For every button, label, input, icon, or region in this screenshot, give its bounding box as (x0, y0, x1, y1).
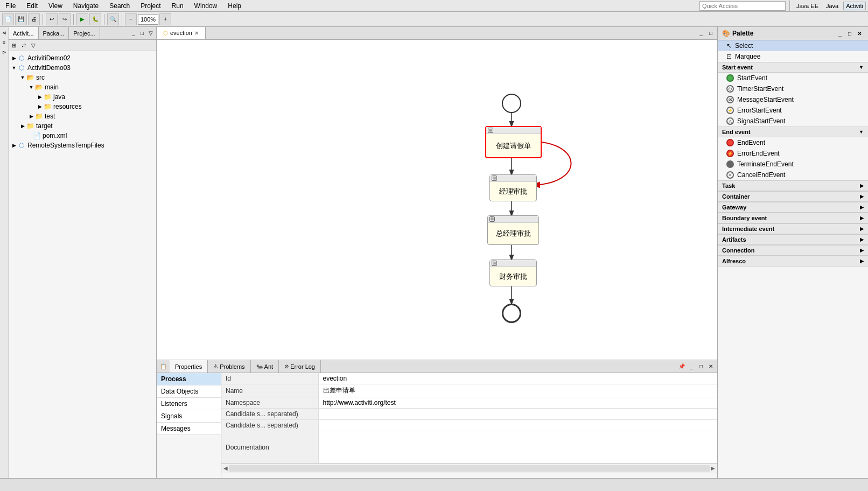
prop-value-id[interactable]: evection (318, 373, 717, 384)
palette-section-task[interactable]: Task ▶ (718, 180, 868, 191)
tree-link-editor[interactable]: ⇌ (19, 41, 28, 50)
editor-tab-evection[interactable]: ⬡ evection ✕ (157, 27, 206, 39)
menu-navigate[interactable]: Navigate (70, 1, 102, 11)
palette-item-end-event[interactable]: EndEvent (718, 137, 868, 148)
tree-item-java[interactable]: ▶ 📁 java (11, 92, 154, 102)
node-create-request[interactable]: ⊞ 创建请假单 (485, 126, 542, 158)
tree-toggle-src[interactable]: ▼ (19, 75, 26, 80)
node-end-event[interactable] (502, 304, 521, 323)
palette-item-terminate-end[interactable]: TerminateEndEvent (718, 159, 868, 170)
tree-item-resources[interactable]: ▶ 📁 resources (11, 102, 154, 111)
zoom-level[interactable]: 100% (138, 14, 158, 25)
palette-section-alfresco[interactable]: Alfresco ▶ (718, 256, 868, 266)
tree-toggle-demo03[interactable]: ▼ (11, 65, 17, 71)
palette-minimize[interactable]: _ (836, 29, 844, 38)
perspective-activiti[interactable]: Activiti (843, 2, 866, 10)
palette-maximize[interactable]: □ (845, 29, 854, 38)
left-panel-menu[interactable]: ▽ (146, 29, 155, 38)
props-scroll-bar[interactable]: ◀ ▶ (221, 464, 717, 473)
props-btn-signals[interactable]: Signals (157, 410, 221, 423)
palette-section-gateway[interactable]: Gateway ▶ (718, 202, 868, 213)
palette-item-error-start[interactable]: ⚡ ErrorStartEvent (718, 105, 868, 116)
toolbar-save[interactable]: 💾 (15, 13, 27, 25)
node-general-approve[interactable]: ⊞ 总经理审批 (487, 215, 539, 245)
node-finance-approve[interactable]: ⊞ 财务审批 (489, 259, 537, 286)
left-panel-maximize[interactable]: □ (138, 29, 146, 38)
palette-section-end-event[interactable]: End event ▼ (718, 127, 868, 137)
palette-close[interactable]: ✕ (855, 29, 864, 38)
bottom-minimize[interactable]: _ (687, 362, 696, 371)
toolbar-zoom-out[interactable]: − (125, 13, 137, 25)
props-scroll-track[interactable] (229, 465, 710, 472)
tree-item-activitidemo02[interactable]: ▶ ⬡ ActivitiDemo02 (11, 53, 154, 63)
toolbar-zoom-in[interactable]: + (159, 13, 171, 25)
palette-item-signal-start[interactable]: △ SignalStartEvent (718, 116, 868, 127)
tree-item-main[interactable]: ▼ 📂 main (11, 82, 154, 92)
palette-section-boundary[interactable]: Boundary event ▶ (718, 213, 868, 223)
bottom-pin[interactable]: 📌 (677, 362, 686, 371)
bottom-maximize[interactable]: □ (697, 362, 705, 371)
tree-toggle-resources[interactable]: ▶ (37, 104, 43, 109)
perspective-java[interactable]: Java (823, 2, 841, 10)
tree-toggle-test[interactable]: ▶ (28, 114, 34, 119)
diagram-canvas[interactable]: ⊞ 创建请假单 ⊞ 经理审批 ⊞ 总经理审批 (157, 40, 717, 360)
palette-item-error-end[interactable]: ⚡ ErrorEndEvent (718, 148, 868, 159)
props-btn-data-objects[interactable]: Data Objects (157, 385, 221, 398)
tree-view-menu[interactable]: ▽ (29, 41, 38, 50)
tree-item-src[interactable]: ▼ 📂 src (11, 73, 154, 82)
tree-toggle-remote[interactable]: ▶ (11, 143, 17, 148)
tree-item-target[interactable]: ▶ 📁 target (11, 121, 154, 131)
tree-toggle-java[interactable]: ▶ (37, 94, 43, 100)
tab-ant[interactable]: 🐜 Ant (251, 360, 279, 373)
node-manager-approve[interactable]: ⊞ 经理审批 (489, 174, 537, 201)
tab-package-explorer[interactable]: Packa... (39, 27, 69, 39)
tab-project-explorer[interactable]: Projec... (69, 27, 100, 39)
toolbar-undo[interactable]: ↩ (46, 13, 58, 25)
menu-view[interactable]: View (45, 1, 66, 11)
toolbar-print[interactable]: 🖨 (28, 13, 40, 25)
prop-value-name[interactable]: 出差申请单 (318, 384, 717, 397)
prop-value-candidate2[interactable] (318, 420, 717, 431)
tree-item-remote[interactable]: ▶ ⬡ RemoteSystemsTempFiles (11, 141, 154, 150)
palette-item-message-start[interactable]: ✉ MessageStartEvent (718, 94, 868, 105)
tree-item-pom[interactable]: 📄 pom.xml (11, 131, 154, 141)
tree-toggle-demo02[interactable]: ▶ (11, 55, 17, 61)
tree-collapse-all[interactable]: ⊞ (10, 41, 18, 50)
toolbar-new[interactable]: 📄 (2, 13, 14, 25)
left-panel-minimize[interactable]: _ (129, 29, 138, 38)
toolbar-search[interactable]: 🔍 (107, 13, 119, 25)
prop-value-documentation[interactable] (318, 431, 717, 464)
editor-tab-close[interactable]: ✕ (194, 30, 199, 36)
palette-item-select[interactable]: ↖ Select (718, 40, 868, 51)
node-start-event[interactable] (502, 94, 521, 113)
palette-section-intermediate[interactable]: Intermediate event ▶ (718, 223, 868, 234)
editor-maximize[interactable]: □ (706, 29, 715, 38)
menu-edit[interactable]: Edit (23, 1, 41, 11)
tree-item-activitidemo03[interactable]: ▼ ⬡ ActivitiDemo03 (11, 63, 154, 73)
menu-search[interactable]: Search (106, 1, 133, 11)
toolbar-run[interactable]: ▶ (76, 13, 88, 25)
menu-project[interactable]: Project (137, 1, 164, 11)
props-btn-process[interactable]: Process (157, 373, 221, 385)
tree-toggle-target[interactable]: ▶ (19, 123, 26, 129)
bottom-close[interactable]: ✕ (706, 362, 715, 371)
perspective-javaee[interactable]: Java EE (794, 2, 821, 10)
palette-section-artifacts[interactable]: Artifacts ▶ (718, 234, 868, 245)
tab-activiti-explorer[interactable]: Activit... (9, 27, 39, 39)
quick-access-input[interactable] (699, 1, 786, 11)
menu-file[interactable]: File (2, 1, 19, 11)
palette-item-start-event[interactable]: StartEvent (718, 73, 868, 83)
toolbar-debug[interactable]: 🐛 (89, 13, 101, 25)
prop-value-candidate1[interactable] (318, 409, 717, 420)
palette-section-connection[interactable]: Connection ▶ (718, 245, 868, 256)
palette-item-timer-start[interactable]: ⏱ TimerStartEvent (718, 83, 868, 94)
editor-minimize[interactable]: _ (697, 29, 705, 38)
menu-help[interactable]: Help (225, 1, 244, 11)
tree-item-test[interactable]: ▶ 📁 test (11, 111, 154, 121)
side-icon-2[interactable]: ≡ (1, 39, 8, 46)
props-btn-listeners[interactable]: Listeners (157, 398, 221, 410)
tab-problems[interactable]: ⚠ Problems (208, 360, 250, 373)
props-btn-messages[interactable]: Messages (157, 423, 221, 435)
prop-value-namespace[interactable]: http://www.activiti.org/test (318, 397, 717, 409)
palette-item-marquee[interactable]: ⊡ Marquee (718, 51, 868, 62)
